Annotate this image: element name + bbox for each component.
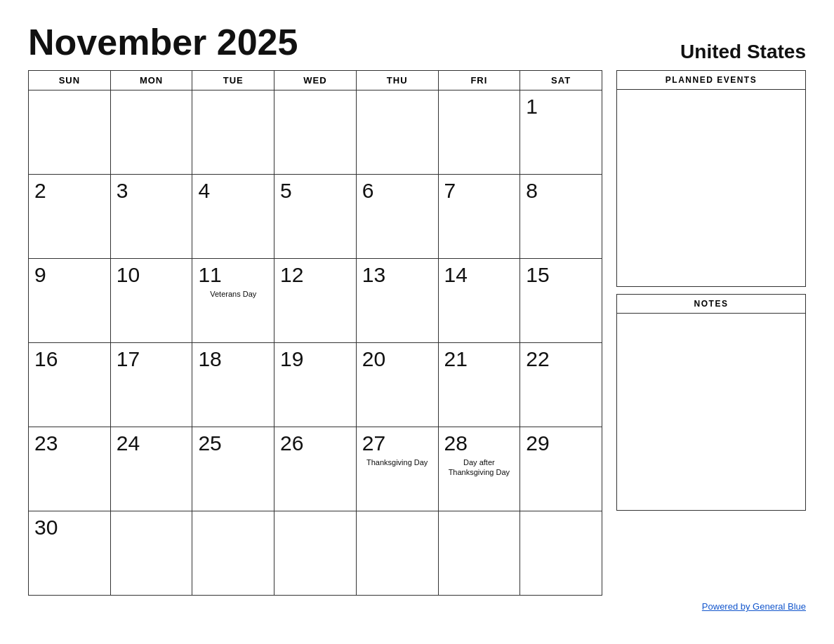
calendar-day-cell: 1: [520, 90, 602, 175]
planned-events-box: PLANNED EVENTS: [616, 70, 806, 287]
calendar-week-row: 2324252627Thanksgiving Day28Day after Th…: [29, 427, 602, 511]
day-number: 29: [526, 431, 596, 455]
day-of-week-header: WED: [274, 71, 357, 90]
calendar-day-cell: 8: [520, 175, 602, 259]
calendar-day-cell: [356, 511, 438, 596]
calendar-day-cell: 24: [110, 427, 192, 511]
day-number: 3: [117, 179, 187, 202]
day-of-week-header: TUE: [192, 71, 274, 90]
calendar-table: SUNMONTUEWEDTHUFRISAT 1234567891011Veter…: [28, 70, 602, 596]
calendar-day-cell: 26: [274, 427, 357, 511]
calendar-day-cell: 19: [274, 343, 357, 427]
day-number: 7: [444, 179, 515, 202]
calendar-day-cell: [29, 90, 111, 175]
day-number: 11: [198, 263, 268, 286]
holiday-label: Day after Thanksgiving Day: [444, 457, 515, 478]
calendar-week-row: 2345678: [29, 175, 602, 259]
calendar-header: SUNMONTUEWEDTHUFRISAT: [29, 71, 602, 90]
calendar-day-cell: 16: [29, 343, 111, 427]
day-of-week-header: SUN: [29, 71, 111, 90]
calendar-body: 1234567891011Veterans Day121314151617181…: [29, 90, 602, 596]
day-number: 15: [526, 263, 596, 286]
calendar-day-cell: [110, 90, 192, 175]
calendar-day-cell: 14: [438, 259, 520, 343]
day-number: 17: [117, 347, 187, 370]
calendar-day-cell: 23: [29, 427, 111, 511]
days-of-week-row: SUNMONTUEWEDTHUFRISAT: [29, 71, 602, 90]
day-number: 27: [362, 431, 432, 455]
day-number: 2: [34, 179, 105, 202]
notes-box: NOTES: [616, 294, 806, 511]
powered-by-link[interactable]: Powered by General Blue: [702, 601, 806, 612]
calendar-day-cell: 3: [110, 175, 192, 259]
calendar-day-cell: 11Veterans Day: [192, 259, 274, 343]
day-number: 12: [280, 263, 350, 286]
calendar-day-cell: [438, 511, 520, 596]
calendar-day-cell: 7: [438, 175, 520, 259]
day-number: 28: [444, 431, 515, 455]
calendar-day-cell: 27Thanksgiving Day: [356, 427, 438, 511]
calendar-day-cell: 13: [356, 259, 438, 343]
holiday-label: Veterans Day: [198, 289, 268, 299]
calendar-day-cell: 20: [356, 343, 438, 427]
notes-header: NOTES: [617, 295, 805, 314]
day-number: 25: [198, 431, 268, 455]
day-of-week-header: SAT: [520, 71, 602, 90]
day-number: 4: [198, 179, 268, 202]
holiday-label: Thanksgiving Day: [362, 457, 432, 467]
day-number: 14: [444, 263, 515, 286]
calendar-day-cell: 30: [29, 511, 111, 596]
calendar-day-cell: [192, 511, 274, 596]
day-number: 22: [526, 347, 596, 370]
main-layout: SUNMONTUEWEDTHUFRISAT 1234567891011Veter…: [28, 70, 806, 596]
calendar-section: SUNMONTUEWEDTHUFRISAT 1234567891011Veter…: [28, 70, 602, 596]
calendar-day-cell: 17: [110, 343, 192, 427]
calendar-day-cell: 22: [520, 343, 602, 427]
day-number: 18: [198, 347, 268, 370]
calendar-day-cell: 21: [438, 343, 520, 427]
day-number: 10: [117, 263, 187, 286]
calendar-day-cell: 5: [274, 175, 357, 259]
day-number: 16: [34, 347, 105, 370]
planned-events-header: PLANNED EVENTS: [617, 71, 805, 90]
day-number: 24: [117, 431, 187, 455]
calendar-day-cell: [438, 90, 520, 175]
day-number: 5: [280, 179, 350, 202]
calendar-day-cell: [274, 90, 357, 175]
footer: Powered by General Blue: [28, 601, 806, 612]
day-number: 26: [280, 431, 350, 455]
day-number: 30: [34, 516, 105, 539]
day-number: 20: [362, 347, 432, 370]
calendar-day-cell: [274, 511, 357, 596]
day-number: 6: [362, 179, 432, 202]
calendar-day-cell: 10: [110, 259, 192, 343]
country-title: United States: [680, 41, 806, 63]
calendar-week-row: 30: [29, 511, 602, 596]
calendar-day-cell: 25: [192, 427, 274, 511]
calendar-day-cell: 15: [520, 259, 602, 343]
notes-content: [617, 314, 805, 510]
calendar-day-cell: [356, 90, 438, 175]
calendar-day-cell: 9: [29, 259, 111, 343]
month-year-title: November 2025: [28, 21, 298, 63]
day-number: 23: [34, 431, 105, 455]
page-header: November 2025 United States: [28, 21, 806, 63]
day-number: 19: [280, 347, 350, 370]
calendar-day-cell: 18: [192, 343, 274, 427]
calendar-day-cell: 2: [29, 175, 111, 259]
day-of-week-header: FRI: [438, 71, 520, 90]
day-number: 9: [34, 263, 105, 286]
calendar-day-cell: 4: [192, 175, 274, 259]
calendar-week-row: 1: [29, 90, 602, 175]
day-number: 1: [526, 95, 596, 118]
calendar-day-cell: 28Day after Thanksgiving Day: [438, 427, 520, 511]
calendar-week-row: 91011Veterans Day12131415: [29, 259, 602, 343]
calendar-day-cell: [520, 511, 602, 596]
calendar-day-cell: 6: [356, 175, 438, 259]
day-number: 21: [444, 347, 515, 370]
calendar-week-row: 16171819202122: [29, 343, 602, 427]
calendar-day-cell: [110, 511, 192, 596]
calendar-day-cell: 12: [274, 259, 357, 343]
calendar-day-cell: [192, 90, 274, 175]
planned-events-content: [617, 90, 805, 286]
